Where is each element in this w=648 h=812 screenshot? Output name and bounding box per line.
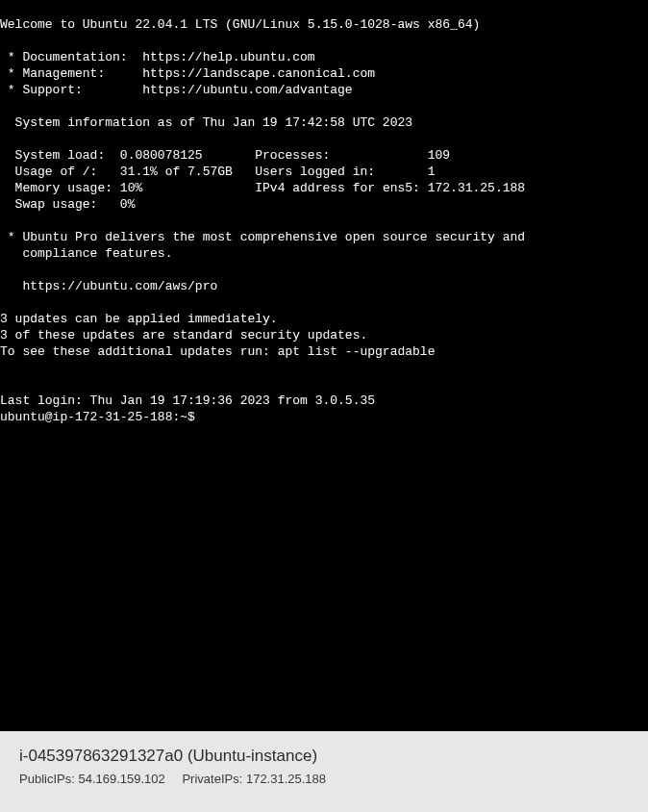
users-value: 1 xyxy=(428,165,436,179)
shell-prompt-line[interactable]: ubuntu@ip-172-31-25-188:~$ xyxy=(0,410,203,424)
spacer xyxy=(233,165,255,179)
terminal-output[interactable]: Welcome to Ubuntu 22.04.1 LTS (GNU/Linux… xyxy=(0,0,648,731)
updates-line-2: 3 of these updates are standard security… xyxy=(0,328,367,343)
spacer xyxy=(203,148,256,163)
swap-value: 0% xyxy=(120,197,136,212)
mgmt-label: * Management: xyxy=(0,66,142,81)
updates-line-3: To see these additional updates run: apt… xyxy=(0,344,435,359)
public-ip-value: 54.169.159.102 xyxy=(78,772,164,786)
support-label: * Support: xyxy=(0,83,142,97)
public-ip-block: PublicIPs: 54.169.159.102 xyxy=(19,772,165,786)
instance-name: Ubuntu-instance xyxy=(193,747,312,765)
instance-id: i-045397863291327a0 xyxy=(19,747,183,765)
private-ip-value: 172.31.25.188 xyxy=(246,772,326,786)
swap-label: Swap usage: xyxy=(0,197,120,212)
processes-value: 109 xyxy=(428,148,450,163)
users-label: Users logged in: xyxy=(255,165,427,179)
memory-label: Memory usage: xyxy=(0,181,120,195)
updates-line-1: 3 updates can be applied immediately. xyxy=(0,312,278,326)
processes-label: Processes: xyxy=(255,148,427,163)
doc-link-line: * Documentation: https://help.ubuntu.com xyxy=(0,50,315,64)
private-ip-block: PrivateIPs: 172.31.25.188 xyxy=(182,772,326,786)
system-load-value: 0.080078125 xyxy=(120,148,203,163)
disk-usage-label: Usage of /: xyxy=(0,165,120,179)
last-login-line: Last login: Thu Jan 19 17:19:36 2023 fro… xyxy=(0,393,375,408)
spacer xyxy=(142,181,255,195)
support-url: https://ubuntu.com/advantage xyxy=(142,83,352,97)
memory-value: 10% xyxy=(120,181,142,195)
shell-prompt: ubuntu@ip-172-31-25-188:~$ xyxy=(0,410,203,424)
ipv4-value: 172.31.25.188 xyxy=(428,181,525,195)
instance-info-footer: i-045397863291327a0 (Ubuntu-instance) Pu… xyxy=(0,731,648,801)
disk-usage-value: 31.1% of 7.57GB xyxy=(120,165,233,179)
sysinfo-header: System information as of Thu Jan 19 17:4… xyxy=(0,115,412,130)
mgmt-link-line: * Management: https://landscape.canonica… xyxy=(0,66,375,81)
doc-label: * Documentation: xyxy=(0,50,142,64)
mgmt-url: https://landscape.canonical.com xyxy=(142,66,375,81)
ubuntu-pro-url: https://ubuntu.com/aws/pro xyxy=(0,279,217,293)
instance-title: i-045397863291327a0 (Ubuntu-instance) xyxy=(19,747,629,766)
stat-row-3: Memory usage: 10% IPv4 address for ens5:… xyxy=(0,181,525,195)
stat-row-4: Swap usage: 0% xyxy=(0,197,135,212)
support-link-line: * Support: https://ubuntu.com/advantage xyxy=(0,83,353,97)
ipv4-label: IPv4 address for ens5: xyxy=(255,181,427,195)
stat-row-1: System load: 0.080078125 Processes: 109 xyxy=(0,148,450,163)
ubuntu-pro-line-1: * Ubuntu Pro delivers the most comprehen… xyxy=(0,230,525,244)
stat-row-2: Usage of /: 31.1% of 7.57GB Users logged… xyxy=(0,165,436,179)
system-load-label: System load: xyxy=(0,148,120,163)
doc-url: https://help.ubuntu.com xyxy=(142,50,314,64)
private-ip-label: PrivateIPs: xyxy=(182,772,242,786)
welcome-line: Welcome to Ubuntu 22.04.1 LTS (GNU/Linux… xyxy=(0,17,480,32)
public-ip-label: PublicIPs: xyxy=(19,772,75,786)
ubuntu-pro-line-2: compliance features. xyxy=(0,246,172,261)
instance-ips: PublicIPs: 54.169.159.102 PrivateIPs: 17… xyxy=(19,772,629,786)
